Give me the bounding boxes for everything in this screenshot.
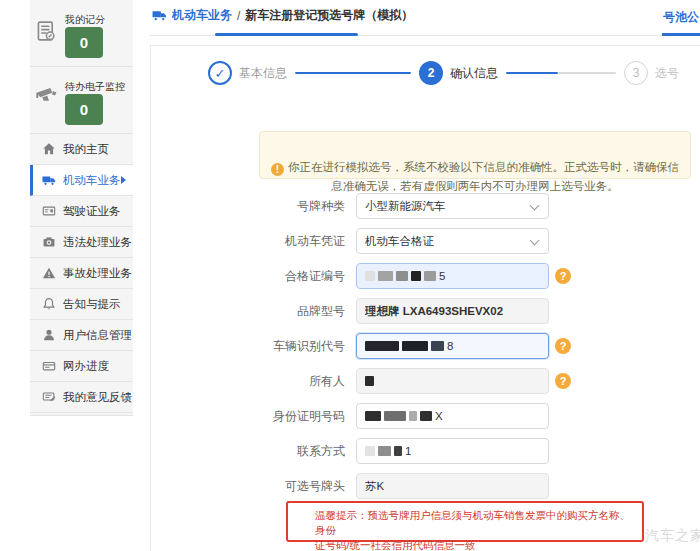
field-value: 苏K [365,479,384,494]
info-icon: ! [271,163,284,176]
home-icon [42,142,56,156]
masked-value-block [384,411,406,421]
field-联系方式[interactable]: 1 [356,438,549,464]
form-row: 机动车凭证机动车合格证 [151,228,700,254]
step-circle-2: 2 [419,61,443,85]
help-icon[interactable]: ? [555,268,571,284]
masked-value-block [365,376,374,386]
masked-value-block [409,411,417,421]
form-row: 车辆识别代号8? [151,333,700,359]
truck-icon [152,9,167,22]
stat-label: 待办电子监控 [65,81,125,92]
warm-tip-alert: 温馨提示：预选号牌用户信息须与机动车销售发票中的购买方名称、身份 证号码/统一社… [286,501,644,542]
sidebar-item-label: 用户信息管理 [63,328,132,343]
field-车辆识别代号[interactable]: 8 [356,333,549,359]
masked-value-block [424,271,436,281]
stat-score-doc[interactable]: 我的记分0 [30,0,133,67]
stat-cctv[interactable]: 待办电子监控0 [30,67,133,134]
simulation-notice: !你正在进行模拟选号，系统不校验以下信息的准确性。正式选号时，请确保信 息准确无… [259,131,691,179]
page: 我的记分0待办电子监控0 我的主页机动车业务驾驶证业务违法处理业务事故处理业务告… [0,0,700,551]
step-connector [295,72,411,74]
warning-triangle-icon [42,266,56,280]
value-suffix: X [435,410,443,422]
masked-value-block [365,271,375,281]
select-机动车凭证[interactable]: 机动车合格证 [356,228,549,254]
masked-value-block [411,271,421,281]
watermark: 汽车之家 [645,527,700,545]
breadcrumb-separator: / [237,9,240,23]
sidebar-item-progress-card[interactable]: 网办进度 [30,351,133,382]
step-label-2: 确认信息 [450,65,498,82]
bell-icon [42,297,56,311]
sidebar-stats: 我的记分0待办电子监控0 [30,0,133,134]
form-row: 品牌型号理想牌 LXA6493SHEVX02 [151,298,700,324]
field-所有人 [356,368,549,394]
breadcrumb-root[interactable]: 机动车业务 [172,7,232,24]
masked-value-block [396,271,408,281]
vehicle-form: 号牌种类小型新能源汽车机动车凭证机动车合格证合格证编号5?品牌型号理想牌 LXA… [151,193,700,508]
truck-icon [42,173,56,187]
masked-value-block [394,446,402,456]
field-label: 号牌种类 [151,198,356,215]
masked-value-block [365,411,381,421]
sidebar-menu: 我的主页机动车业务驾驶证业务违法处理业务事故处理业务告知与提示用户信息管理网办进… [30,134,133,413]
help-icon[interactable]: ? [555,338,571,354]
sidebar-item-camera[interactable]: 违法处理业务 [30,227,133,258]
sidebar-item-truck[interactable]: 机动车业务 [30,165,133,196]
step-connector [506,72,558,74]
value-suffix: 1 [405,445,411,457]
chevron-down-icon [530,236,540,246]
field-label: 联系方式 [151,443,356,460]
field-label: 可选号牌头 [151,478,356,495]
step-label-1: 基本信息 [239,65,287,82]
sidebar-item-id-card[interactable]: 驾驶证业务 [30,196,133,227]
tab-new-car-preselect[interactable]: 新车注册登记预选号牌（模拟） [245,7,413,24]
sidebar-item-label: 违法处理业务 [63,235,132,250]
active-tab-underline [215,33,358,36]
field-可选号牌头: 苏K [356,473,549,499]
step-connector [558,72,616,74]
form-row: 合格证编号5? [151,263,700,289]
field-合格证编号[interactable]: 5 [356,263,549,289]
sidebar-item-label: 事故处理业务 [63,266,132,281]
chevron-right-icon [121,176,126,184]
sidebar-item-home[interactable]: 我的主页 [30,134,133,165]
field-value: 小型新能源汽车 [365,199,446,214]
cctv-icon [35,76,63,125]
field-品牌型号: 理想牌 LXA6493SHEVX02 [356,298,549,324]
breadcrumb: 机动车业务 / 新车注册登记预选号牌（模拟） [152,7,413,24]
sidebar-item-label: 驾驶证业务 [63,204,121,219]
field-身份证明号码[interactable]: X [356,403,549,429]
field-label: 品牌型号 [151,303,356,320]
pool-publish-link[interactable]: 号池公 [663,9,699,26]
field-label: 所有人 [151,373,356,390]
masked-value-block [378,271,393,281]
sidebar-item-warning-triangle[interactable]: 事故处理业务 [30,258,133,289]
sidebar-item-bell[interactable]: 告知与提示 [30,289,133,320]
value-suffix: 5 [439,270,445,282]
sidebar-item-label: 我的主页 [63,142,109,157]
sidebar-item-label: 机动车业务 [63,173,121,188]
pool-link-underline [662,33,700,36]
masked-value-block [431,341,444,351]
feedback-icon [42,390,56,404]
step-circle-1: ✓ [208,61,232,85]
form-row: 身份证明号码X [151,403,700,429]
stat-count-badge: 0 [65,27,103,58]
form-row: 所有人? [151,368,700,394]
sidebar-item-user[interactable]: 用户信息管理 [30,320,133,351]
help-icon[interactable]: ? [555,373,571,389]
stat-label: 我的记分 [65,14,105,25]
user-icon [42,328,56,342]
masked-value-block [402,341,428,351]
sidebar: 我的记分0待办电子监控0 我的主页机动车业务驾驶证业务违法处理业务事故处理业务告… [30,0,133,416]
step-label-3: 选号 [655,65,679,82]
sidebar-item-label: 告知与提示 [63,297,121,312]
select-号牌种类[interactable]: 小型新能源汽车 [356,193,549,219]
main-panel: ✓基本信息2确认信息3选号 !你正在进行模拟选号，系统不校验以下信息的准确性。正… [150,45,700,551]
id-card-icon [42,204,56,218]
field-label: 车辆识别代号 [151,338,356,355]
sidebar-item-feedback[interactable]: 我的意见反馈 [30,382,133,413]
sidebar-item-label: 网办进度 [63,359,109,374]
field-value: 理想牌 LXA6493SHEVX02 [365,304,503,319]
